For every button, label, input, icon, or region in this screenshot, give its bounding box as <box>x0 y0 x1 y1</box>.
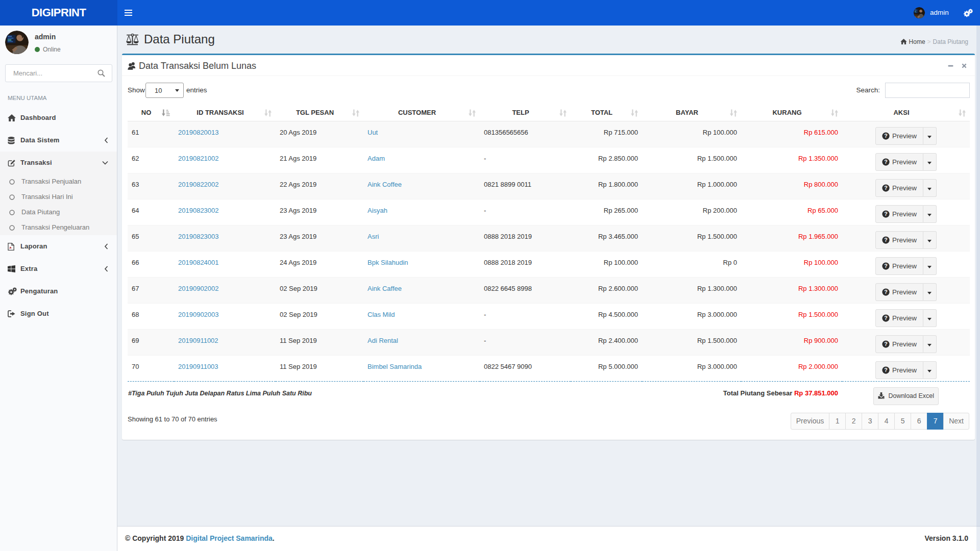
svg-text:?: ? <box>884 211 888 217</box>
svg-text:?: ? <box>884 237 888 243</box>
svg-text:?: ? <box>884 263 888 269</box>
svg-text:?: ? <box>884 341 888 347</box>
svg-text:?: ? <box>884 159 888 165</box>
svg-text:?: ? <box>884 367 888 373</box>
svg-text:?: ? <box>884 133 888 139</box>
svg-text:?: ? <box>884 315 888 321</box>
svg-text:?: ? <box>884 289 888 295</box>
svg-text:?: ? <box>884 185 888 191</box>
